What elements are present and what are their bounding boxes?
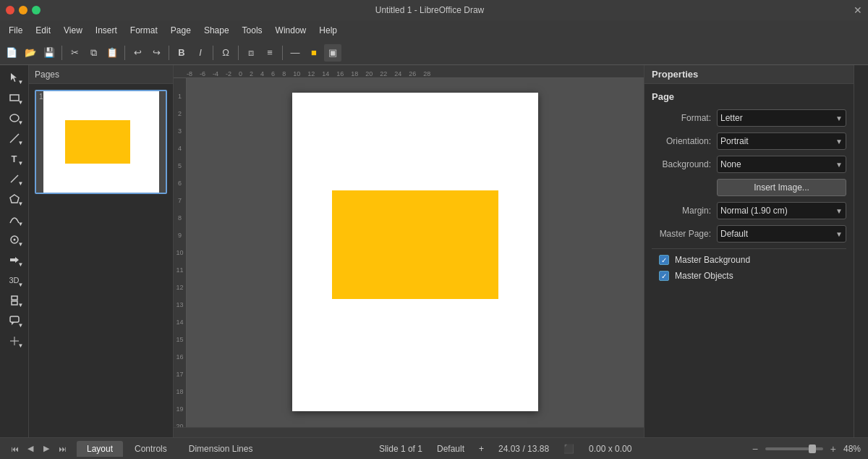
orientation-arrow-icon: ▼ [835, 138, 843, 146]
line-style-button[interactable]: — [286, 44, 304, 62]
ruler-v-tick: 14 [176, 319, 183, 326]
insert-image-button[interactable]: Insert Image... [717, 179, 846, 196]
prev-page-button[interactable]: ◀ [23, 442, 38, 456]
copy-button[interactable]: ⧉ [85, 44, 102, 62]
menu-view[interactable]: View [58, 23, 88, 38]
ruler-v-tick: 3 [178, 127, 182, 135]
ruler-tick: 26 [409, 70, 416, 77]
drawing-rectangle[interactable] [332, 190, 498, 299]
ruler-tick: -6 [200, 70, 205, 77]
flowchart-tool[interactable]: ▼ [4, 291, 25, 310]
line-tool[interactable]: ▼ [4, 129, 25, 148]
ruler-v-tick: 16 [176, 353, 183, 361]
callout-tool[interactable]: ▼ [4, 311, 25, 330]
menu-tools[interactable]: Tools [237, 23, 268, 38]
ruler-v-tick: 6 [178, 180, 182, 187]
menu-format[interactable]: Format [124, 23, 163, 38]
menubar: File Edit View Insert Format Page Shape … [0, 20, 868, 41]
svg-rect-10 [10, 316, 19, 322]
menu-window[interactable]: Window [270, 23, 312, 38]
menu-edit[interactable]: Edit [30, 23, 56, 38]
menu-file[interactable]: File [3, 23, 28, 38]
snap-tool[interactable]: ▼ [4, 332, 25, 350]
ellipse-tool[interactable]: ▼ [4, 109, 25, 127]
close-dot[interactable] [6, 6, 14, 14]
fill-color-button[interactable]: ■ [305, 44, 323, 62]
menu-page[interactable]: Page [165, 23, 197, 38]
zoom-slider[interactable] [765, 447, 823, 450]
align-button[interactable]: ≡ [261, 44, 278, 62]
connector-tool[interactable]: ▼ [4, 169, 25, 188]
format-arrow-icon: ▼ [835, 114, 843, 122]
format-select[interactable]: Letter ▼ [717, 109, 846, 127]
polygon-tool[interactable]: ▼ [4, 190, 25, 209]
3d-tool[interactable]: 3D ▼ [4, 271, 25, 290]
format-label: Format: [652, 113, 717, 123]
symbol-tool[interactable]: ▼ [4, 230, 25, 249]
format-value: Letter [720, 113, 743, 123]
canvas-area: -8 -6 -4 -2 0 2 4 6 8 10 12 14 16 18 20 … [174, 65, 644, 437]
window-controls[interactable] [6, 6, 41, 14]
save-button[interactable]: 💾 [41, 44, 58, 62]
new-button[interactable]: 📄 [3, 44, 20, 62]
menu-insert[interactable]: Insert [90, 23, 123, 38]
zoom-out-button[interactable]: − [748, 442, 762, 456]
ruler-v-tick: 11 [176, 266, 183, 274]
last-page-button[interactable]: ⏭ [55, 442, 69, 456]
ruler-tick: 0 [239, 70, 242, 77]
margin-select[interactable]: Normal (1.90 cm) ▼ [717, 202, 846, 219]
open-button[interactable]: 📂 [22, 44, 39, 62]
left-toolbar: ▼ ▼ ▼ ▼ T ▼ ▼ ▼ ▼ [0, 65, 29, 437]
zoom-in-button[interactable]: + [826, 442, 841, 456]
redo-button[interactable]: ↪ [148, 44, 165, 62]
master-background-checkbox[interactable]: ✓ [659, 255, 669, 265]
master-page-select[interactable]: Default ▼ [717, 225, 846, 243]
tab-dimension-lines[interactable]: Dimension Lines [179, 441, 263, 457]
ruler-v-tick: 18 [176, 388, 183, 395]
orientation-select[interactable]: Portrait ▼ [717, 132, 846, 150]
polygon-tool-arrow: ▼ [18, 201, 24, 207]
master-objects-checkbox[interactable]: ✓ [659, 271, 669, 281]
background-value: None [720, 159, 741, 169]
tab-layout[interactable]: Layout [77, 441, 123, 457]
nav-arrows: ⏮ ◀ ▶ ⏭ [7, 442, 69, 456]
select-tool[interactable]: ▼ [4, 68, 25, 87]
menu-shape[interactable]: Shape [198, 23, 235, 38]
text-tool[interactable]: T ▼ [4, 149, 25, 168]
italic-button[interactable]: I [192, 44, 209, 62]
block-arrow-tool[interactable]: ▼ [4, 250, 25, 269]
first-page-button[interactable]: ⏮ [7, 442, 22, 456]
svg-point-6 [13, 239, 15, 241]
bold-button[interactable]: B [173, 44, 190, 62]
page-preview [43, 91, 159, 193]
rectangle-tool[interactable]: ▼ [4, 88, 25, 107]
window-close-button[interactable]: ✕ [854, 4, 862, 16]
next-page-button[interactable]: ▶ [39, 442, 54, 456]
ruler-ticks: -8 -6 -4 -2 0 2 4 6 8 10 12 14 16 18 20 … [187, 65, 430, 77]
page-thumbnail-1[interactable]: 1 [35, 90, 167, 194]
paste-button[interactable]: 📋 [103, 44, 121, 62]
line-tool-arrow: ▼ [18, 140, 24, 146]
zoom-slider-thumb[interactable] [809, 445, 816, 453]
ruler-v-tick: 13 [176, 301, 183, 308]
callout-tool-arrow: ▼ [18, 322, 24, 329]
cut-button[interactable]: ✂ [66, 44, 83, 62]
insert-image-row: Insert Image... [652, 179, 846, 196]
ruler-tick: 4 [260, 70, 264, 77]
master-page-arrow-icon: ▼ [835, 230, 843, 238]
maximize-dot[interactable] [32, 6, 41, 14]
insert-special-char-button[interactable]: Ω [217, 44, 234, 62]
arrange-button[interactable]: ⧈ [242, 44, 260, 62]
tab-controls[interactable]: Controls [124, 441, 177, 457]
background-select[interactable]: None ▼ [717, 156, 846, 173]
ruler-top: -8 -6 -4 -2 0 2 4 6 8 10 12 14 16 18 20 … [174, 65, 644, 78]
canvas-scroll[interactable] [187, 78, 644, 427]
menu-help[interactable]: Help [313, 23, 343, 38]
curve-tool[interactable]: ▼ [4, 210, 25, 229]
shadow-button[interactable]: ▣ [324, 44, 341, 62]
hscrollbar[interactable] [174, 427, 644, 437]
undo-button[interactable]: ↩ [129, 44, 146, 62]
minimize-dot[interactable] [19, 6, 27, 14]
slide-info: Slide 1 of 1 [379, 444, 422, 454]
master-objects-check-icon: ✓ [661, 272, 667, 280]
